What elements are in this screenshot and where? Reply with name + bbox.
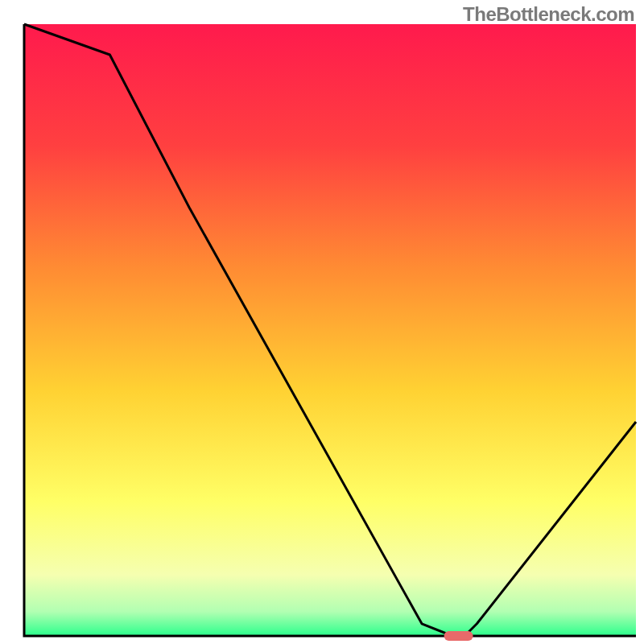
plot-area bbox=[24, 24, 636, 636]
optimum-marker bbox=[444, 631, 473, 641]
bottleneck-chart: TheBottleneck.com bbox=[0, 0, 644, 644]
chart-svg bbox=[0, 0, 644, 644]
watermark: TheBottleneck.com bbox=[463, 3, 634, 26]
